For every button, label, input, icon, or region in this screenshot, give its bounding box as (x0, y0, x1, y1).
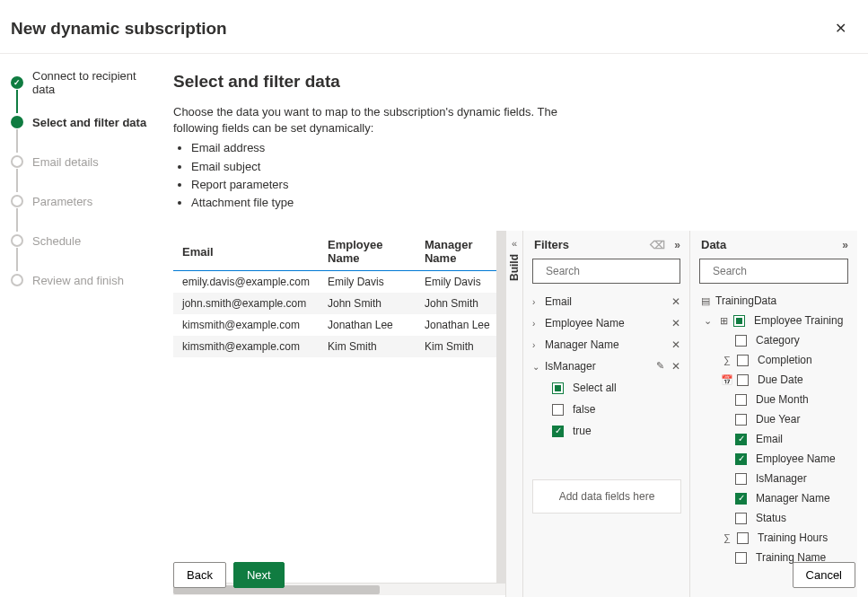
option-label: true (573, 425, 592, 437)
checkbox-unchecked-icon[interactable] (735, 473, 747, 485)
column-header[interactable]: Employee Name (319, 231, 416, 271)
field-due-month[interactable]: Due Month (697, 390, 850, 409)
remove-filter-icon[interactable]: ✕ (671, 360, 680, 373)
dialog-footer: Back Next Cancel (173, 562, 855, 588)
checkbox-checked-icon[interactable] (735, 493, 747, 505)
checkbox-unchecked-icon[interactable] (735, 414, 747, 426)
bullet-item: Email address (191, 140, 568, 156)
checkbox-unchecked-icon[interactable] (552, 404, 564, 416)
column-header[interactable]: Manager Name (416, 231, 505, 271)
checkbox-unchecked-icon[interactable] (735, 394, 747, 406)
nav-step-email-details: Email details (11, 153, 157, 171)
data-preview-table: Email Employee Name Manager Name emily.d… (173, 231, 505, 597)
dropzone-label: Add data fields here (559, 490, 655, 503)
filters-panel: Filters ⌫ » ›Email ✕ (523, 231, 690, 597)
checkbox-checked-icon[interactable] (735, 434, 747, 445)
field-training-hours[interactable]: ∑ Training Hours (697, 528, 850, 548)
filter-item-employee-name[interactable]: ›Employee Name ✕ (532, 312, 680, 334)
cell: kimsmith@example.com (173, 314, 319, 336)
data-search[interactable] (699, 259, 848, 284)
filter-option-true[interactable]: true (552, 420, 680, 442)
chevron-right-icon[interactable]: » (842, 239, 848, 251)
checkbox-unchecked-icon[interactable] (735, 513, 747, 524)
remove-filter-icon[interactable]: ✕ (671, 338, 680, 351)
chevron-right-icon[interactable]: » (674, 239, 680, 251)
field-completion[interactable]: ∑ Completion (697, 350, 850, 370)
filter-option-false[interactable]: false (552, 399, 680, 420)
next-button[interactable]: Next (233, 562, 285, 588)
checkbox-unchecked-icon[interactable] (735, 335, 747, 347)
checkbox-indeterminate-icon[interactable] (552, 382, 564, 394)
step-pending-icon (11, 155, 23, 168)
cell: Emily Davis (319, 271, 416, 294)
vertical-scrollbar[interactable] (496, 231, 505, 591)
field-manager-name[interactable]: Manager Name (697, 488, 850, 508)
field-label: IsManager (756, 472, 807, 485)
field-category[interactable]: Category (697, 330, 850, 350)
wizard-nav: Connect to recipient data Select and fil… (0, 54, 157, 597)
filter-item-ismanager[interactable]: ⌄IsManager ✎ ✕ (532, 356, 680, 377)
checkbox-checked-icon[interactable] (735, 453, 747, 465)
checkbox-indeterminate-icon[interactable] (733, 315, 745, 327)
table-row[interactable]: kimsmith@example.com Jonathan Lee Jonath… (173, 314, 505, 336)
nav-label: Connect to recipient data (32, 69, 157, 96)
back-button[interactable]: Back (173, 562, 226, 588)
filter-label: Email (545, 295, 572, 308)
cancel-button[interactable]: Cancel (793, 562, 855, 588)
checkbox-unchecked-icon[interactable] (737, 374, 749, 386)
table-node[interactable]: ⌄ ⊞ Employee Training (697, 311, 850, 330)
nav-step-select-filter[interactable]: Select and filter data (11, 113, 157, 131)
field-label: Completion (758, 354, 812, 366)
panel-title: Data (701, 238, 726, 251)
calendar-icon: 📅 (721, 374, 733, 386)
table-row[interactable]: kimsmith@example.com Kim Smith Kim Smith (173, 336, 505, 357)
filters-dropzone[interactable]: Add data fields here (532, 479, 681, 514)
field-label: Due Year (756, 413, 800, 426)
field-email[interactable]: Email (697, 429, 850, 449)
column-header[interactable]: Email (173, 231, 319, 271)
field-label: Manager Name (756, 492, 830, 505)
table-label: Employee Training (754, 314, 843, 327)
remove-filter-icon[interactable]: ✕ (671, 295, 680, 308)
filter-option-select-all[interactable]: Select all (552, 377, 680, 399)
eraser-icon[interactable]: ⌫ (650, 239, 665, 251)
bullet-item: Report parameters (191, 177, 568, 193)
field-label: Due Date (758, 373, 803, 386)
chevron-down-icon: ⌄ (532, 362, 541, 372)
checkbox-unchecked-icon[interactable] (737, 355, 749, 366)
chevron-down-icon: ⌄ (701, 315, 714, 327)
checkbox-checked-icon[interactable] (552, 426, 564, 437)
filters-search-input[interactable] (544, 264, 682, 278)
field-due-date[interactable]: 📅 Due Date (697, 370, 850, 390)
nav-label: Schedule (32, 234, 81, 248)
step-pending-icon (11, 274, 23, 286)
nav-label: Select and filter data (32, 116, 146, 129)
dataset-node[interactable]: ▤ TrainingData (697, 291, 850, 311)
table-row[interactable]: emily.davis@example.com Emily Davis Emil… (173, 271, 505, 294)
bullet-item: Attachment file type (191, 195, 568, 211)
step-pending-icon (11, 195, 23, 207)
page-title: Select and filter data (173, 72, 859, 92)
build-pane-toggle[interactable]: « Build (505, 231, 523, 597)
nav-label: Parameters (32, 195, 92, 208)
filter-item-email[interactable]: ›Email ✕ (532, 291, 680, 312)
field-label: Status (756, 512, 786, 524)
table-row[interactable]: john.smith@example.com John Smith John S… (173, 293, 505, 314)
field-employee-name[interactable]: Employee Name (697, 449, 850, 469)
filter-item-manager-name[interactable]: ›Manager Name ✕ (532, 334, 680, 356)
edit-filter-icon[interactable]: ✎ (656, 360, 664, 373)
nav-step-schedule: Schedule (11, 232, 157, 250)
checkbox-unchecked-icon[interactable] (737, 532, 749, 544)
field-status[interactable]: Status (697, 508, 850, 528)
chevron-left-icon: « (512, 238, 517, 249)
remove-filter-icon[interactable]: ✕ (671, 317, 680, 329)
cell: Kim Smith (319, 336, 416, 357)
data-search-input[interactable] (711, 264, 849, 278)
filters-search[interactable] (532, 259, 680, 284)
close-icon[interactable]: ✕ (831, 16, 850, 40)
cell: Jonathan Lee (319, 314, 416, 336)
field-due-year[interactable]: Due Year (697, 409, 850, 429)
nav-step-connect[interactable]: Connect to recipient data (11, 74, 157, 92)
data-panel: Data » ▤ TrainingData ⌄ ⊞ (690, 231, 857, 597)
field-ismanager[interactable]: IsManager (697, 469, 850, 488)
